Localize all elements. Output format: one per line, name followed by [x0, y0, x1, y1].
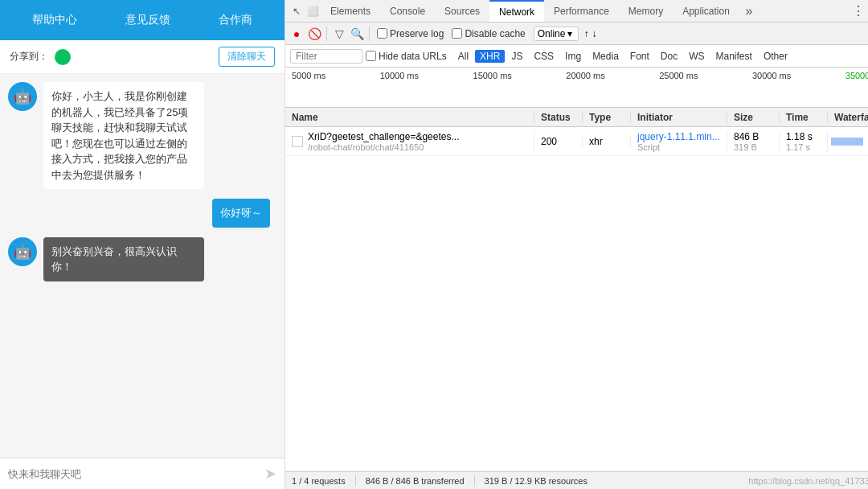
row-checkbox — [292, 136, 303, 147]
cell-status: 200 — [534, 136, 583, 147]
time-line2: 1.17 s — [786, 142, 821, 152]
header-initiator[interactable]: Initiator — [631, 112, 727, 123]
record-button[interactable]: ● — [289, 26, 305, 42]
upload-icon[interactable]: ↑ — [583, 28, 588, 39]
cell-type: xhr — [583, 136, 631, 147]
name-line2: /robot-chat/robot/chat/411650 — [308, 142, 459, 152]
initiator-line1: jquery-1.11.1.min... — [637, 131, 720, 142]
disable-cache-label[interactable]: Disable cache — [452, 28, 525, 39]
size-line2: 319 B — [734, 142, 772, 152]
filter-other[interactable]: Other — [759, 50, 792, 63]
download-icon[interactable]: ↓ — [592, 28, 596, 39]
timeline-label: 5000 ms — [292, 71, 326, 80]
chat-messages: 🤖 你好，小主人，我是你刚创建的机器人，我已经具备了25项聊天技能，赶快和我聊天… — [0, 74, 285, 458]
resources-size: 319 B / 12.9 KB resources — [485, 476, 588, 486]
filter-input[interactable] — [290, 49, 362, 64]
box-icon[interactable]: ⬜ — [305, 3, 321, 19]
name-line1: XriD?geetest_challenge=&geetes... — [308, 131, 459, 142]
hide-data-urls-label[interactable]: Hide data URLs — [366, 51, 447, 62]
filter-xhr[interactable]: XHR — [475, 50, 505, 63]
time-inner: 1.18 s 1.17 s — [786, 131, 821, 152]
watermark: https://blog.csdn.net/qq_41733364 — [748, 476, 868, 486]
tab-console[interactable]: Console — [380, 0, 435, 23]
nav-help[interactable]: 帮助中心 — [26, 9, 84, 31]
tab-elements[interactable]: Elements — [321, 0, 380, 23]
filter-img[interactable]: Img — [560, 50, 586, 63]
status-bar: 1 / 4 requests 846 B / 846 B transferred… — [285, 471, 868, 489]
header-time[interactable]: Time — [780, 112, 828, 123]
cursor-icon[interactable]: ↖ — [289, 3, 305, 19]
filter-types: All XHR JS CSS Img Media Font Doc WS Man… — [453, 50, 792, 63]
timeline-label: 25000 ms — [659, 71, 698, 80]
filter-css[interactable]: CSS — [529, 50, 559, 63]
nav-feedback[interactable]: 意见反馈 — [119, 9, 177, 31]
devtools-panel: ↖ ⬜ Elements Console Sources Network Per… — [285, 0, 868, 489]
message-bubble: 别兴奋别兴奋，很高兴认识你！ — [43, 237, 204, 281]
filter-doc[interactable]: Doc — [656, 50, 682, 63]
chat-panel: 帮助中心 意见反馈 合作商 分享到： 清除聊天 🤖 你好，小主人，我是你刚创建的… — [0, 0, 285, 489]
nav-partner[interactable]: 合作商 — [212, 9, 259, 31]
status-divider — [474, 475, 475, 487]
filter-button[interactable]: ▽ — [331, 26, 347, 42]
import-export-controls: ↑ ↓ — [583, 28, 596, 39]
filter-js[interactable]: JS — [506, 50, 527, 63]
tab-memory[interactable]: Memory — [619, 0, 673, 23]
devtools-menu-button[interactable]: ⋮ — [849, 2, 868, 21]
more-tabs-button[interactable]: » — [739, 2, 759, 21]
timeline-bar: 5000 ms 10000 ms 15000 ms 20000 ms 25000… — [285, 68, 868, 108]
header-type[interactable]: Type — [583, 112, 631, 123]
table-row[interactable]: XriD?geetest_challenge=&geetes... /robot… — [285, 127, 868, 156]
status-divider — [355, 475, 356, 487]
header-size[interactable]: Size — [727, 112, 780, 123]
share-label: 分享到： — [10, 50, 48, 64]
network-table: Name Status Type Initiator Size Time Wat… — [285, 108, 868, 471]
tab-application[interactable]: Application — [673, 0, 739, 23]
avatar: 🤖 — [8, 82, 37, 111]
search-button[interactable]: 🔍 — [349, 26, 365, 42]
tab-sources[interactable]: Sources — [435, 0, 489, 23]
message-row: 你好呀～ — [8, 199, 276, 228]
header-name[interactable]: Name — [285, 112, 534, 123]
name-inner: XriD?geetest_challenge=&geetes... /robot… — [308, 131, 459, 152]
hide-data-urls-checkbox[interactable] — [366, 51, 376, 61]
chat-input[interactable] — [8, 468, 264, 480]
initiator-line2: Script — [637, 142, 720, 152]
filter-ws[interactable]: WS — [684, 50, 709, 63]
message-row: 🤖 你好，小主人，我是你刚创建的机器人，我已经具备了25项聊天技能，赶快和我聊天… — [8, 82, 276, 189]
avatar: 🤖 — [8, 237, 37, 266]
send-icon[interactable]: ➤ — [264, 465, 276, 483]
nav-bar: 帮助中心 意见反馈 合作商 — [0, 0, 285, 40]
devtools-toolbar: ● 🚫 ▽ 🔍 Preserve log Disable cache Onlin… — [285, 23, 868, 45]
requests-count: 1 / 4 requests — [292, 476, 346, 486]
cell-size: 846 B 319 B — [727, 131, 780, 152]
filter-font[interactable]: Font — [625, 50, 654, 63]
timeline-label: 30000 ms — [752, 71, 791, 80]
message-row: 🤖 别兴奋别兴奋，很高兴认识你！ — [8, 237, 276, 281]
filter-all[interactable]: All — [453, 50, 473, 63]
cell-initiator: jquery-1.11.1.min... Script — [631, 131, 727, 152]
devtools-tabs: ↖ ⬜ Elements Console Sources Network Per… — [285, 0, 868, 23]
timeline-label: 15000 ms — [473, 71, 512, 80]
size-line1: 846 B — [734, 131, 772, 142]
timeline-label: 20000 ms — [566, 71, 604, 80]
preserve-log-label[interactable]: Preserve log — [377, 28, 444, 39]
chevron-down-icon: ▾ — [567, 28, 572, 39]
header-waterfall[interactable]: Waterfall ▲ — [828, 112, 868, 123]
filter-manifest[interactable]: Manifest — [711, 50, 757, 63]
stop-button[interactable]: 🚫 — [306, 26, 322, 42]
toolbar-separator — [369, 27, 370, 41]
message-bubble: 你好呀～ — [212, 199, 270, 228]
cell-time: 1.18 s 1.17 s — [780, 131, 828, 152]
disable-cache-checkbox[interactable] — [452, 28, 462, 39]
timeline-labels: 5000 ms 10000 ms 15000 ms 20000 ms 25000… — [285, 71, 868, 80]
throttling-select[interactable]: Online ▾ — [534, 27, 579, 41]
filter-media[interactable]: Media — [588, 50, 624, 63]
clear-chat-button[interactable]: 清除聊天 — [219, 47, 275, 67]
preserve-log-checkbox[interactable] — [377, 28, 387, 39]
initiator-inner: jquery-1.11.1.min... Script — [637, 131, 720, 152]
tab-network[interactable]: Network — [489, 0, 544, 23]
filter-bar: Hide data URLs All XHR JS CSS Img Media … — [285, 45, 868, 68]
chat-header: 分享到： 清除聊天 — [0, 40, 285, 74]
tab-performance[interactable]: Performance — [544, 0, 619, 23]
header-status[interactable]: Status — [534, 112, 583, 123]
